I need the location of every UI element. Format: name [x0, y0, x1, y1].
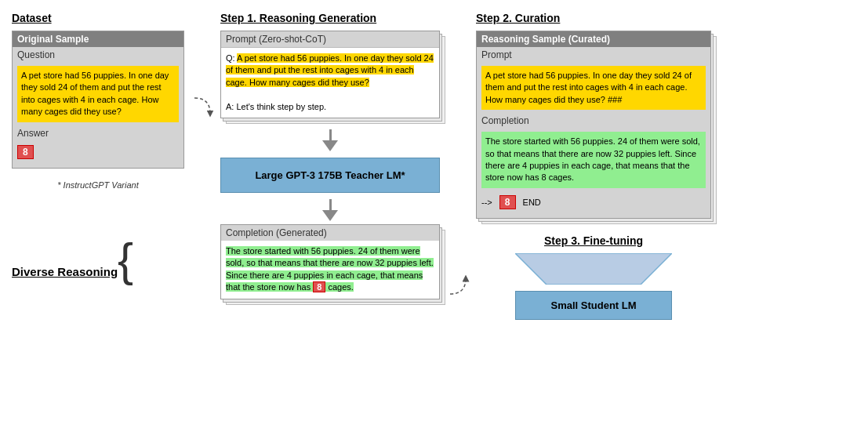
step1-title: Step 1. Reasoning Generation — [220, 12, 376, 24]
step1-column: Step 1. Reasoning Generation Prompt (Zer… — [220, 8, 440, 299]
prompt-box: Prompt (Zero-shot-CoT) Q: A pet store ha… — [220, 31, 440, 118]
diverse-reasoning-section: Diverse Reasoning { — [12, 237, 184, 284]
step3-title: Step 3. Fine-tuning — [476, 234, 711, 247]
arrow-down-1 — [322, 129, 338, 151]
brace-icon: { — [118, 237, 133, 284]
arrow-head-1 — [322, 140, 338, 151]
curved-arrow-1-icon — [191, 94, 214, 118]
completion-text-1: The store started with 56 puppies. 24 of… — [226, 246, 434, 292]
prompt-content: Q: A pet store had 56 puppies. In one da… — [221, 48, 439, 118]
end-answer-badge: 8 — [499, 195, 516, 209]
answer-label: Answer — [13, 125, 183, 141]
prompt-sub-label: Prompt — [477, 47, 710, 63]
completion-green-box: The store started with 56 puppies. 24 of… — [481, 132, 706, 188]
completion-content: The store started with 56 puppies. 24 of… — [221, 241, 439, 299]
funnel-shape — [515, 253, 672, 285]
main-container: Dataset Original Sample Question A pet s… — [0, 0, 868, 421]
arrow-connector-1 — [191, 8, 214, 118]
question-text: A pet store had 56 puppies. In one day t… — [17, 66, 179, 122]
prompt-yellow-box: A pet store had 56 puppies. In one day t… — [481, 66, 706, 110]
columns-wrapper: Dataset Original Sample Question A pet s… — [12, 8, 856, 413]
arrow-head-2 — [322, 210, 338, 221]
completion-green-text: The store started with 56 puppies. 24 of… — [485, 136, 700, 182]
arrow-down-2 — [322, 199, 338, 221]
prompt-a-text: A: Let's think step by step. — [226, 102, 326, 111]
diverse-reasoning-label: Diverse Reasoning — [12, 265, 118, 278]
prompt-header: Prompt (Zero-shot-CoT) — [221, 31, 439, 48]
brace-section: Diverse Reasoning { — [12, 237, 184, 284]
curved-arrow-2-icon — [446, 274, 470, 298]
end-arrow-text: --> — [481, 198, 495, 207]
prompt-q-prefix: Q: — [226, 53, 237, 63]
prompt-q-text: A pet store had 56 puppies. In one day t… — [226, 53, 434, 87]
teacher-lm-label: Large GPT-3 175B Teacher LM* — [255, 169, 405, 181]
step2-title: Step 2. Curation — [476, 12, 711, 24]
answer-badge: 8 — [17, 145, 34, 159]
step3-section: Step 3. Fine-tuning Small Student LM — [476, 234, 711, 320]
dataset-column: Dataset Original Sample Question A pet s… — [12, 8, 184, 284]
reasoning-sample-box: Reasoning Sample (Curated) Prompt A pet … — [476, 31, 711, 219]
end-text: END — [523, 198, 541, 207]
step2-column: Step 2. Curation Reasoning Sample (Curat… — [476, 8, 711, 320]
instruct-note: * InstructGPT Variant — [12, 180, 184, 190]
student-lm-box: Small Student LM — [515, 291, 672, 320]
original-sample-box: Original Sample Question A pet store had… — [12, 31, 184, 169]
original-sample-header: Original Sample — [13, 31, 183, 47]
dataset-title: Dataset — [12, 12, 184, 24]
completion-header: Completion (Generated) — [221, 225, 439, 241]
student-lm-label: Small Student LM — [550, 299, 636, 311]
reasoning-sample-header: Reasoning Sample (Curated) — [477, 31, 710, 47]
completion-sub-label: Completion — [477, 113, 710, 129]
svg-marker-0 — [515, 253, 672, 285]
completion-answer-badge: 8 — [313, 281, 325, 292]
arrow-connector-2 — [446, 8, 470, 298]
arrow-shaft-2 — [329, 199, 332, 210]
completion-generated-box: Completion (Generated) The store started… — [220, 224, 440, 299]
funnel-icon — [515, 253, 672, 285]
question-label: Question — [13, 47, 183, 63]
arrow-shaft-1 — [329, 129, 332, 140]
teacher-lm-box: Large GPT-3 175B Teacher LM* — [220, 158, 440, 193]
end-line: --> 8 END — [477, 191, 710, 218]
